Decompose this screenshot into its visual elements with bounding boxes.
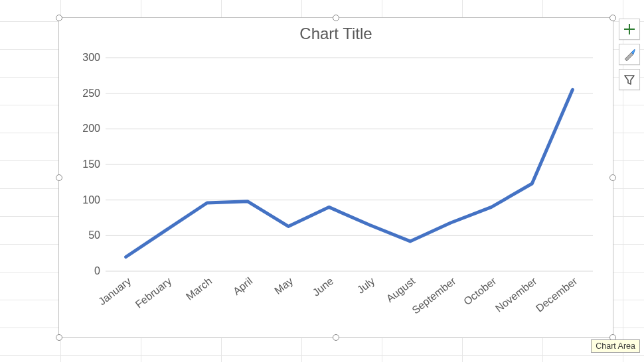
x-axis-tick-label: December — [534, 275, 580, 315]
chart-filters-button[interactable] — [619, 69, 640, 90]
x-axis-tick-label: November — [493, 275, 539, 315]
selection-handle-top-left[interactable] — [56, 15, 62, 21]
x-axis-tick-label: July — [355, 275, 377, 296]
tooltip-chart-area: Chart Area — [591, 339, 640, 353]
selection-handle-bottom-mid[interactable] — [333, 334, 339, 341]
x-axis-tick-label: January — [96, 275, 133, 308]
y-axis-tick-label: 100 — [82, 194, 100, 206]
x-axis-tick-label: May — [272, 275, 295, 297]
x-axis-tick-label: September — [410, 275, 458, 316]
chart-object[interactable]: Chart Title 050100150200250300JanuaryFeb… — [58, 17, 613, 338]
funnel-icon — [623, 73, 636, 86]
x-axis-tick-label: October — [461, 275, 499, 308]
x-axis-tick-label: April — [231, 275, 255, 298]
selection-handle-top-mid[interactable] — [333, 15, 339, 21]
chart-elements-button[interactable] — [619, 19, 640, 40]
x-axis-tick-label: August — [384, 275, 417, 305]
chart-line-series[interactable] — [106, 58, 593, 271]
y-axis-tick-label: 200 — [82, 123, 100, 135]
y-axis-tick-label: 50 — [88, 229, 100, 241]
selection-handle-left-mid[interactable] — [56, 174, 62, 181]
chart-title[interactable]: Chart Title — [59, 25, 613, 43]
x-axis-tick-label: February — [133, 275, 174, 311]
chart-styles-button[interactable] — [619, 44, 640, 65]
y-axis-tick-label: 300 — [82, 52, 100, 64]
selection-handle-top-right[interactable] — [609, 15, 616, 21]
selection-handle-bottom-left[interactable] — [56, 334, 62, 341]
x-axis-tick-label: June — [311, 275, 336, 299]
x-axis-tick-label: March — [184, 275, 214, 303]
plus-icon — [623, 23, 636, 36]
y-axis-tick-label: 0 — [94, 265, 100, 277]
paintbrush-icon — [622, 47, 637, 62]
selection-handle-right-mid[interactable] — [609, 174, 616, 181]
y-axis-tick-label: 250 — [82, 88, 100, 99]
y-axis-tick-label: 150 — [82, 158, 100, 170]
plot-area[interactable]: 050100150200250300JanuaryFebruaryMarchAp… — [106, 58, 593, 271]
chart-side-toolbar — [619, 19, 640, 94]
